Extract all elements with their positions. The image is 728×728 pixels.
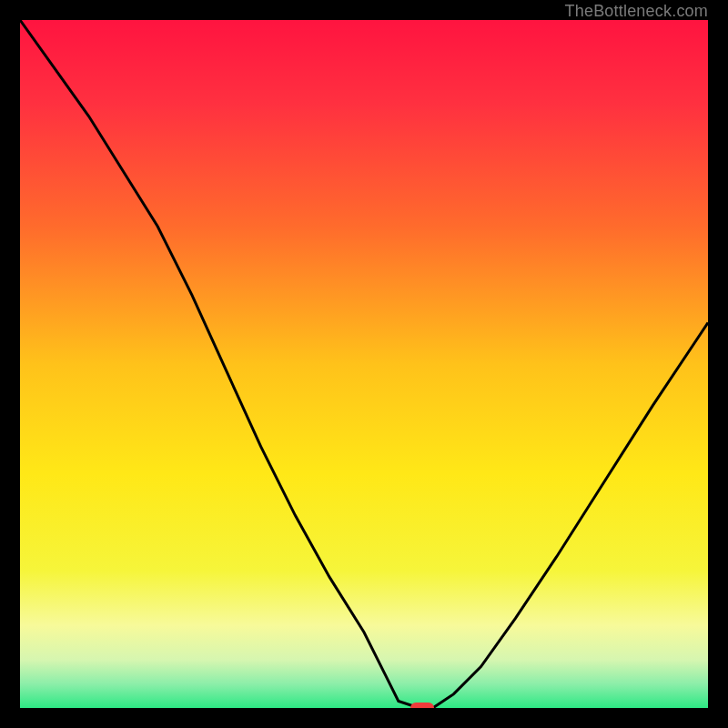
chart-frame: TheBottleneck.com bbox=[0, 0, 728, 728]
bottleneck-curve bbox=[20, 20, 708, 708]
min-point-marker bbox=[410, 703, 434, 708]
plot-area bbox=[20, 20, 708, 708]
watermark-label: TheBottleneck.com bbox=[565, 0, 721, 21]
